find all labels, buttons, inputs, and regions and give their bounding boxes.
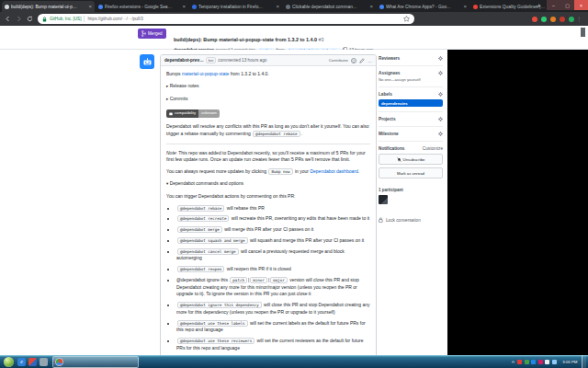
command-text: @dependabot rebase will rebase this PR bbox=[176, 205, 265, 211]
maximize-button[interactable]: ▢ bbox=[560, 0, 574, 10]
sidebar-section-value[interactable]: No one—assign yourself bbox=[379, 77, 443, 82]
sidebar-section: Projects bbox=[379, 112, 443, 127]
commands-list: @dependabot rebase will rebase this PR @… bbox=[166, 205, 370, 352]
address-bar[interactable]: GitHub, Inc. [US] https://github.com/···… bbox=[38, 14, 414, 24]
kebab-menu-icon[interactable]: … bbox=[368, 58, 372, 63]
pr-title: build(deps): Bump material-ui-popup-stat… bbox=[174, 37, 324, 42]
divider bbox=[166, 144, 370, 144]
extension-icons: … bbox=[532, 17, 583, 22]
new-tab-button[interactable]: + bbox=[535, 2, 543, 10]
tab-title: build(deps): Bump material-ui-p… bbox=[11, 5, 86, 9]
sidebar-section: Milestone bbox=[379, 127, 443, 142]
explorer-icon[interactable] bbox=[40, 358, 48, 366]
dependabot-avatar[interactable] bbox=[140, 54, 154, 69]
extension-icon[interactable] bbox=[569, 17, 574, 22]
sidebar-section-header[interactable]: Projects bbox=[379, 117, 443, 121]
show-desktop-button[interactable] bbox=[582, 355, 586, 368]
command-item: @dependabot reopen will reopen this PR i… bbox=[176, 266, 370, 273]
command-item: @dependabot use these reviewers will set… bbox=[176, 338, 370, 352]
command-item: @dependabot ignore this patch|minor|majo… bbox=[176, 277, 370, 298]
tab-close-icon[interactable]: × bbox=[182, 4, 186, 9]
volume-icon[interactable] bbox=[545, 360, 549, 364]
back-icon[interactable] bbox=[5, 16, 11, 22]
sidebar-section-header[interactable]: Labels bbox=[379, 92, 443, 97]
tab-favicon-icon bbox=[473, 5, 478, 9]
browser-menu-icon[interactable]: … bbox=[578, 17, 583, 22]
extension-icon[interactable] bbox=[541, 17, 547, 22]
internet-explorer-icon[interactable]: e bbox=[17, 358, 26, 366]
merged-badge: Merged bbox=[138, 29, 166, 39]
browser-tab[interactable]: Clickable dependabot comman… × bbox=[283, 1, 376, 12]
bell-mute-icon bbox=[397, 157, 401, 162]
command-item: @dependabot cancel merge will cancel a p… bbox=[176, 248, 370, 263]
sidebar-section-header[interactable]: Assignees bbox=[379, 71, 443, 75]
forward-icon[interactable] bbox=[16, 16, 22, 22]
tray-icon[interactable] bbox=[538, 360, 543, 364]
active-task-button[interactable] bbox=[52, 356, 139, 368]
quick-launch-icon[interactable] bbox=[28, 358, 37, 366]
tray-icon[interactable] bbox=[517, 360, 522, 364]
details-toggle[interactable]: ▸ Release notes bbox=[166, 83, 370, 90]
sidebar-section: Assignees No one—assign yourself bbox=[379, 66, 443, 87]
tab-title: What Are Chrome Apps? - Goo… bbox=[386, 5, 461, 9]
sidebar-section-header[interactable]: Reviewers bbox=[379, 56, 443, 61]
browser-tab[interactable]: What Are Chrome Apps? - Goo… × bbox=[377, 1, 469, 12]
unsubscribe-button[interactable]: Unsubscribe bbox=[379, 154, 443, 165]
tab-close-icon[interactable]: × bbox=[276, 4, 279, 9]
scrollbar-thumb[interactable] bbox=[581, 28, 585, 37]
smiley-reaction-icon[interactable] bbox=[351, 58, 356, 63]
tab-title: Temporary installation in Firefo… bbox=[198, 5, 274, 9]
extension-icon[interactable] bbox=[550, 17, 556, 22]
comment-author[interactable]: dependabot-prev… bbox=[164, 58, 204, 63]
lock-conversation[interactable]: Lock conversation bbox=[379, 217, 443, 223]
browser-tab[interactable]: Firefox extensions - Google Sea… × bbox=[96, 1, 188, 12]
window-controls: – ▢ × bbox=[547, 0, 588, 10]
details-list: ▸ Release notes ▸ Commits bbox=[166, 83, 370, 103]
comment-header: dependabot-prev… bot commented 13 hours … bbox=[161, 55, 376, 66]
mark-as-unread-button[interactable]: Mark as unread bbox=[379, 167, 443, 178]
hidden-icons-arrow[interactable] bbox=[511, 360, 515, 364]
lock-icon bbox=[379, 217, 383, 223]
robot-icon bbox=[142, 57, 153, 67]
gear-icon[interactable] bbox=[438, 71, 443, 75]
bot-badge: bot bbox=[206, 57, 217, 63]
extension-icon[interactable] bbox=[532, 17, 537, 22]
customize-link[interactable]: Customize bbox=[423, 146, 443, 151]
refresh-icon[interactable] bbox=[27, 16, 33, 22]
browser-tab[interactable]: build(deps): Bump material-ui-p… × bbox=[2, 1, 95, 12]
tab-close-icon[interactable]: × bbox=[88, 4, 92, 9]
comment-card: dependabot-prev… bot commented 13 hours … bbox=[160, 54, 377, 362]
close-button[interactable]: × bbox=[574, 0, 588, 10]
commands-summary-toggle[interactable]: ▾ Dependabot commands and options bbox=[166, 180, 370, 188]
details-toggle[interactable]: ▸ Commits bbox=[166, 96, 370, 103]
sidebar-section: Labels dependencies bbox=[379, 87, 443, 112]
bookmark-star-icon[interactable] bbox=[403, 16, 410, 22]
tray-icon[interactable] bbox=[525, 360, 529, 364]
label-chip[interactable]: dependencies bbox=[379, 99, 443, 107]
gear-icon[interactable] bbox=[438, 92, 443, 97]
gear-icon[interactable] bbox=[438, 132, 443, 136]
pr-sidebar: Reviewers Assignees No one—assign yourse… bbox=[379, 52, 443, 223]
network-icon[interactable] bbox=[552, 360, 557, 364]
taskbar-clock[interactable]: 3:06 PM bbox=[562, 360, 577, 364]
extension-icon[interactable] bbox=[560, 17, 565, 22]
sidebar-section-header[interactable]: Milestone bbox=[379, 132, 443, 136]
tab-close-icon[interactable]: × bbox=[369, 4, 373, 9]
comment-timestamp[interactable]: commented 13 hours ago bbox=[218, 58, 266, 63]
gear-icon[interactable] bbox=[438, 117, 443, 121]
desktop-screen: build(deps): Bump material-ui-p… × Firef… bbox=[0, 0, 588, 368]
windows-taskbar: e 3:06 PM bbox=[0, 355, 588, 368]
tray-icon[interactable] bbox=[531, 360, 536, 364]
tab-favicon-icon bbox=[98, 5, 103, 9]
minimize-button[interactable]: – bbox=[547, 0, 560, 10]
pr-conversation: dependabot-prev… bot commented 13 hours … bbox=[0, 50, 447, 355]
participant-avatar[interactable] bbox=[379, 195, 388, 204]
command-text: @dependabot use these reviewers will set… bbox=[176, 338, 363, 351]
start-button[interactable] bbox=[4, 357, 14, 367]
tab-close-icon[interactable]: × bbox=[463, 4, 467, 9]
browser-tab[interactable]: Temporary installation in Firefo… × bbox=[189, 1, 282, 12]
gear-icon[interactable] bbox=[438, 56, 443, 61]
edit-pencil-icon[interactable] bbox=[359, 58, 365, 63]
command-text: @dependabot use these labels will set th… bbox=[176, 320, 366, 333]
compatibility-badge[interactable]: compatibility unknown bbox=[166, 109, 220, 119]
